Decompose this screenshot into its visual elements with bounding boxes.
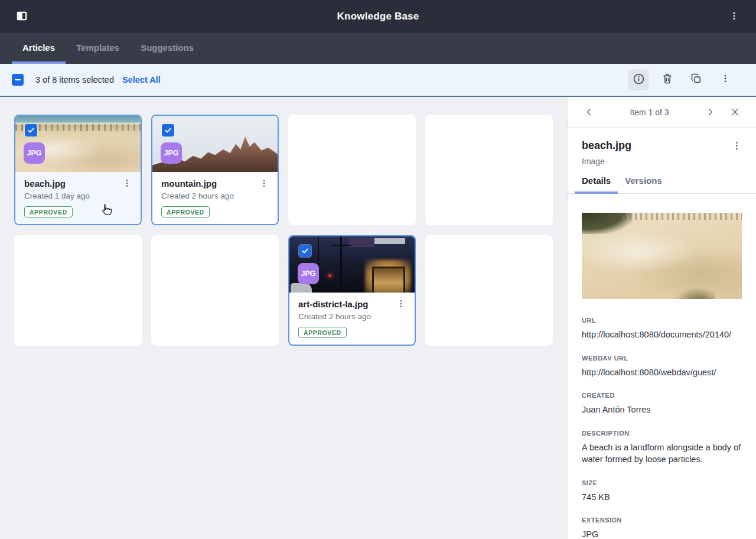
card-empty[interactable] [425, 115, 553, 225]
field-label: URL [582, 317, 742, 324]
field-description: DESCRIPTION A beach is a landform alongs… [582, 430, 742, 466]
check-icon [27, 126, 35, 134]
card-art-district[interactable]: JPG art-district-la.jpg Created 2 hours … [288, 235, 416, 346]
prev-item-button[interactable] [581, 104, 597, 121]
card-grid: JPG beach.jpg Created 1 day ago APPROVED [0, 97, 567, 539]
status-badge: APPROVED [298, 327, 347, 338]
kebab-vertical-icon [122, 178, 132, 188]
card-created: Created 2 hours ago [298, 312, 406, 321]
card-title: art-district-la.jpg [298, 299, 368, 309]
tab-templates[interactable]: Templates [66, 33, 130, 64]
card-title: beach.jpg [24, 178, 66, 189]
selection-status: 3 of 8 items selected [35, 75, 114, 85]
selection-toolbar: 3 of 8 items selected Select All [0, 64, 756, 97]
card-empty[interactable] [14, 235, 142, 346]
main-tabs: Articles Templates Suggestions [0, 33, 756, 64]
page-title: Knowledge Base [337, 11, 419, 22]
kebab-vertical-icon [729, 11, 739, 23]
item-preview-image [582, 213, 742, 299]
select-all-checkbox[interactable] [12, 74, 24, 86]
close-icon [730, 107, 740, 117]
close-panel-button[interactable] [726, 104, 743, 121]
kebab-vertical-icon [259, 178, 269, 188]
card-beach[interactable]: JPG beach.jpg Created 1 day ago APPROVED [14, 115, 142, 225]
card-empty[interactable] [425, 235, 553, 346]
duplicate-button[interactable] [686, 69, 707, 90]
card-created: Created 2 hours ago [161, 191, 269, 200]
card-checkbox[interactable] [162, 124, 174, 137]
panel-pager: Item 1 of 3 [568, 97, 756, 128]
header-overflow-button[interactable] [724, 7, 744, 27]
check-icon [164, 126, 172, 134]
select-all-link[interactable]: Select All [122, 75, 161, 85]
field-label: EXTENSION [582, 517, 742, 524]
item-fields: URL http://localhost:8080/documents/2014… [568, 299, 756, 539]
tab-articles[interactable]: Articles [12, 33, 66, 64]
tab-versions[interactable]: Versions [618, 176, 669, 194]
toolbar-overflow-button[interactable] [715, 69, 736, 90]
panel-tabs: Details Versions [568, 176, 756, 194]
kebab-vertical-icon [732, 141, 742, 151]
indeterminate-icon [15, 79, 21, 80]
tab-suggestions[interactable]: Suggestions [130, 33, 204, 64]
card-overflow-button[interactable] [259, 178, 269, 188]
tab-details[interactable]: Details [575, 176, 618, 194]
copy-icon [690, 73, 702, 87]
field-value: Juan Antón Torres [582, 404, 742, 416]
field-label: CREATED [582, 392, 742, 399]
chevron-right-icon [705, 107, 715, 117]
check-icon [301, 247, 309, 255]
details-panel: Item 1 of 3 beach.jpg Image Details Vers… [567, 97, 756, 539]
kebab-vertical-icon [720, 73, 731, 86]
card-title: mountain.jpg [161, 178, 217, 189]
delete-button[interactable] [657, 69, 678, 90]
app-header: Knowledge Base [0, 0, 756, 33]
card-empty[interactable] [151, 235, 279, 346]
field-value: 745 KB [582, 491, 742, 504]
card-checkbox[interactable] [25, 124, 37, 137]
sidebar-toggle-button[interactable] [12, 7, 32, 27]
panel-item-title: beach.jpg [582, 139, 631, 152]
status-badge: APPROVED [161, 206, 210, 217]
panel-overflow-button[interactable] [732, 141, 742, 151]
info-button[interactable] [628, 69, 649, 90]
status-badge: APPROVED [24, 206, 73, 217]
field-extension: EXTENSION JPG [582, 517, 742, 539]
info-icon [633, 73, 645, 87]
field-value: http://localhost:8080/webdav/guest/ [582, 366, 742, 379]
field-value: A beach is a landform alongside a body o… [582, 441, 742, 466]
field-url: URL http://localhost:8080/documents/2014… [582, 317, 742, 341]
field-webdav-url: WEBDAV URL http://localhost:8080/webdav/… [582, 355, 742, 379]
panel-left-icon [15, 9, 28, 24]
card-empty[interactable] [288, 115, 416, 225]
kebab-vertical-icon [396, 299, 406, 309]
trash-icon [662, 73, 673, 87]
field-value: http://localhost:8080/documents/20140/ [582, 329, 742, 341]
field-size: SIZE 745 KB [582, 479, 742, 504]
card-checkbox[interactable] [299, 245, 311, 257]
file-type-badge: JPG [298, 263, 319, 284]
panel-item-type: Image [568, 152, 756, 166]
field-value: JPG [582, 528, 742, 539]
card-created: Created 1 day ago [24, 191, 132, 200]
pager-label: Item 1 of 3 [597, 108, 702, 117]
field-label: SIZE [582, 479, 742, 486]
card-overflow-button[interactable] [122, 178, 132, 188]
field-label: DESCRIPTION [582, 430, 742, 437]
card-overflow-button[interactable] [396, 299, 406, 309]
field-label: WEBDAV URL [582, 355, 742, 362]
field-created: CREATED Juan Antón Torres [582, 392, 742, 416]
card-mountain[interactable]: JPG mountain.jpg Created 2 hours ago APP… [151, 115, 279, 225]
next-item-button[interactable] [702, 104, 718, 121]
file-type-badge: JPG [161, 142, 182, 164]
file-type-badge: JPG [24, 142, 45, 164]
chevron-left-icon [584, 107, 594, 117]
